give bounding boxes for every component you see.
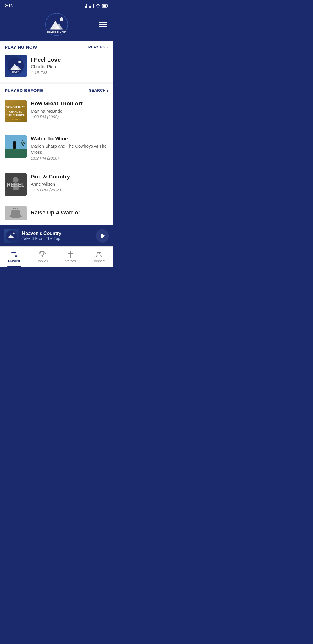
- nav-item-verses[interactable]: Verses: [57, 247, 85, 267]
- playing-now-title: PLAYING NOW: [5, 45, 37, 50]
- connect-icon: [95, 251, 102, 258]
- svg-rect-0: [85, 6, 87, 8]
- played-info-3: Raise Up A Warrior: [31, 209, 108, 217]
- played-before-section: PLAYED BEFORE SEARCH › SONGS THAT CHANGE…: [0, 84, 113, 225]
- svg-point-16: [18, 61, 21, 63]
- played-title-2: God & Country: [31, 173, 108, 180]
- played-item[interactable]: REBEL God & Country Anne Wilson 12:59 PM…: [5, 170, 108, 199]
- now-playing-bar-art: [4, 229, 19, 243]
- nav-active-indicator: [7, 266, 21, 267]
- played-art-0: SONGS THAT CHANGED THE CHURCH HYMNS: [5, 100, 27, 122]
- now-playing-artist: Charlie Rich: [31, 64, 108, 70]
- svg-rect-3: [92, 5, 92, 8]
- svg-text:HYMNS: HYMNS: [12, 118, 20, 121]
- svg-text:CHANGED: CHANGED: [9, 110, 22, 113]
- bottom-nav: Playlist Top 20 Verses Connect: [0, 246, 113, 267]
- played-time-1: 1:02 PM (2010): [31, 156, 108, 160]
- app-logo: HEAVEN'S COUNTRY: [45, 13, 68, 36]
- svg-point-51: [99, 252, 101, 254]
- now-playing-title: I Feel Love: [31, 57, 108, 63]
- playing-chevron-icon: ›: [107, 45, 108, 50]
- nav-label-top20: Top 20: [37, 259, 48, 263]
- divider-0: [5, 129, 108, 129]
- played-info-1: Water To Wine Marlon Sharp and The Cowbo…: [31, 135, 108, 160]
- now-playing-art: HEAVEN'S: [5, 55, 27, 77]
- nav-label-verses: Verses: [65, 259, 76, 263]
- played-item[interactable]: SONGS THAT CHANGED THE CHURCH HYMNS How …: [5, 97, 108, 126]
- play-icon: [101, 233, 105, 239]
- nav-label-connect: Connect: [92, 259, 105, 263]
- played-title-3: Raise Up A Warrior: [31, 209, 108, 216]
- status-time: 2:16: [5, 3, 13, 8]
- svg-point-50: [97, 252, 99, 254]
- svg-text:THE CHURCH: THE CHURCH: [6, 114, 25, 117]
- status-icons: [84, 4, 108, 8]
- search-chevron-icon: ›: [107, 88, 108, 93]
- now-playing-bar-title: Heaven's Country: [22, 231, 92, 236]
- played-artist-2: Anne Wilson: [31, 181, 108, 187]
- svg-text:SONGS THAT: SONGS THAT: [6, 106, 25, 109]
- status-bar: 2:16: [0, 0, 113, 10]
- now-playing-bar-info: Heaven's Country Take It From The Top: [22, 231, 92, 241]
- now-playing-bar-subtitle: Take It From The Top: [22, 236, 92, 241]
- svg-text:Doug: Doug: [13, 208, 18, 210]
- svg-point-30: [13, 141, 16, 144]
- svg-text:HEAVEN'S COUNTRY: HEAVEN'S COUNTRY: [47, 31, 66, 33]
- nav-label-playlist: Playlist: [8, 259, 20, 263]
- lock-icon: [84, 4, 88, 8]
- played-art-2: REBEL: [5, 173, 27, 196]
- played-time-2: 12:59 PM (2024): [31, 188, 108, 192]
- played-art-3: Doug: [5, 206, 27, 220]
- playing-link-label: PLAYING: [88, 45, 106, 49]
- svg-text:HEAVEN'S: HEAVEN'S: [12, 71, 20, 73]
- svg-point-10: [60, 17, 63, 21]
- played-info-2: God & Country Anne Wilson 12:59 PM (2024…: [31, 173, 108, 192]
- playlist-icon: [11, 251, 18, 258]
- playing-link[interactable]: PLAYING ›: [88, 45, 108, 50]
- playing-now-section: PLAYING NOW PLAYING › HEAVEN'S I Feel Lo…: [0, 41, 113, 82]
- nav-item-playlist[interactable]: Playlist: [0, 247, 28, 267]
- svg-rect-26: [5, 149, 27, 158]
- divider-2: [5, 202, 108, 202]
- playing-now-header: PLAYING NOW PLAYING ›: [5, 45, 108, 50]
- now-playing-info: I Feel Love Charlie Rich 1:15 PM: [31, 57, 108, 75]
- played-title-0: How Great Thou Art: [31, 100, 108, 107]
- logo-container: HEAVEN'S COUNTRY: [15, 13, 98, 36]
- wifi-icon: [96, 4, 100, 8]
- played-item[interactable]: Doug Raise Up A Warrior: [5, 205, 108, 221]
- played-item[interactable]: Water To Wine Marlon Sharp and The Cowbo…: [5, 132, 108, 164]
- svg-rect-6: [103, 5, 106, 7]
- played-artist-0: Martina McBride: [31, 108, 108, 114]
- svg-rect-4: [93, 4, 94, 8]
- played-before-header: PLAYED BEFORE SEARCH ›: [5, 88, 108, 93]
- svg-rect-2: [90, 6, 91, 8]
- cross-icon: [67, 251, 74, 258]
- nav-item-top20[interactable]: Top 20: [28, 247, 57, 267]
- app-header: HEAVEN'S COUNTRY: [0, 10, 113, 41]
- svg-point-34: [13, 177, 19, 183]
- now-playing-time: 1:15 PM: [31, 70, 108, 75]
- main-content: PLAYING NOW PLAYING › HEAVEN'S I Feel Lo…: [0, 41, 113, 225]
- play-button[interactable]: [96, 229, 109, 243]
- svg-rect-38: [11, 210, 20, 217]
- played-artist-1: Marlon Sharp and The Cowboys At The Cros…: [31, 143, 108, 155]
- now-playing-item[interactable]: HEAVEN'S I Feel Love Charlie Rich 1:15 P…: [5, 54, 108, 78]
- played-art-1: [5, 135, 27, 158]
- divider-1: [5, 167, 108, 167]
- search-link[interactable]: SEARCH ›: [89, 88, 108, 93]
- svg-rect-1: [89, 6, 90, 8]
- played-title-1: Water To Wine: [31, 135, 108, 142]
- played-info-0: How Great Thou Art Martina McBride 1:08 …: [31, 100, 108, 119]
- nav-item-connect[interactable]: Connect: [85, 247, 113, 267]
- search-link-label: SEARCH: [89, 88, 106, 93]
- signal-icon: [89, 4, 94, 8]
- svg-point-43: [13, 232, 15, 234]
- menu-button[interactable]: [98, 19, 108, 30]
- now-playing-bar: Heaven's Country Take It From The Top: [0, 225, 113, 246]
- trophy-icon: [39, 251, 46, 258]
- played-time-0: 1:08 PM (2008): [31, 115, 108, 119]
- svg-rect-35: [13, 183, 19, 190]
- played-before-title: PLAYED BEFORE: [5, 88, 43, 93]
- battery-icon: [102, 4, 108, 8]
